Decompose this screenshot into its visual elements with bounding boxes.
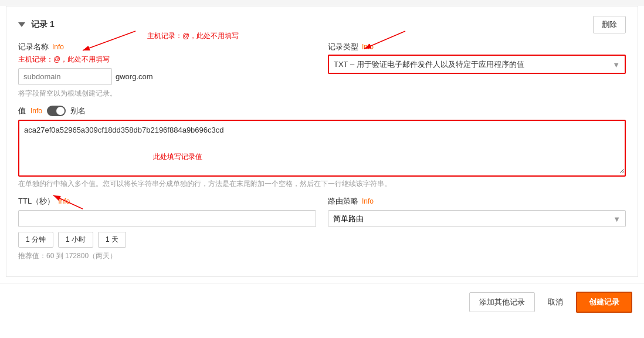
alias-label: 别名 <box>70 106 86 116</box>
value-label-text: 值 <box>18 106 26 116</box>
value-hint: 在单独的行中输入多个值。您可以将长字符串分成单独的行，方法是在末尾附加一个空格，… <box>18 179 626 189</box>
record-section: 记录 1 删除 主机记录：@，此处不用填写 记录名称 Info 主机记录：@，此… <box>6 6 638 277</box>
value-info-link[interactable]: Info <box>30 107 42 115</box>
delete-button[interactable]: 删除 <box>593 16 626 33</box>
value-label-row: 值 Info 别名 <box>18 106 626 116</box>
value-annotation-text: 此处填写记录值 <box>153 152 202 162</box>
name-group: 记录名称 Info 主机记录：@，此处不用填写 gworg.com 将字段留空以… <box>18 42 316 99</box>
type-label: 记录类型 Info <box>328 42 626 52</box>
subdomain-row: gworg.com <box>18 68 316 85</box>
routing-select-wrapper: 简单路由 加权路由 地理位置路由 延迟路由 ▼ <box>328 210 626 227</box>
ttl-1day-btn[interactable]: 1 天 <box>98 232 126 248</box>
name-info-link[interactable]: Info <box>52 43 64 51</box>
ttl-routing-row: TTL（秒） Info 60 1 分钟 1 小时 1 天 推荐值：60 到 17… <box>18 196 626 261</box>
quick-ttl-row: 1 分钟 1 小时 1 天 <box>18 232 316 248</box>
alias-toggle[interactable] <box>47 106 66 116</box>
routing-label: 路由策略 Info <box>328 196 626 207</box>
value-textarea-wrapper: aca27ef0a52965a309cf18dd358db7b2196f884a… <box>18 120 626 177</box>
ttl-label-text: TTL（秒） <box>18 196 55 207</box>
routing-label-text: 路由策略 <box>328 196 358 207</box>
name-annotation-text: 主机记录：@，此处不用填写 <box>18 55 316 65</box>
name-hint: 将字段留空以为根域创建记录。 <box>18 89 316 99</box>
ttl-recommend: 推荐值：60 到 172800（两天） <box>18 251 316 261</box>
record-title-text: 记录 1 <box>31 19 55 30</box>
collapse-icon <box>18 22 25 27</box>
routing-select[interactable]: 简单路由 加权路由 地理位置路由 延迟路由 <box>328 211 625 227</box>
ttl-label: TTL（秒） Info <box>18 196 316 207</box>
add-record-button[interactable]: 添加其他记录 <box>469 292 535 312</box>
toggle-knob <box>56 107 65 115</box>
bottom-bar: 添加其他记录 取消 创建记录 <box>0 283 644 321</box>
value-section: 值 Info 别名 aca27ef0a52965a309cf18dd358db7… <box>18 106 626 189</box>
subdomain-input[interactable] <box>18 68 112 85</box>
routing-info-link[interactable]: Info <box>362 197 374 205</box>
type-select-wrapper: A – 将域名指向 IPv4 地址 AAAA – 将域名指向 IPv6 地址 C… <box>328 55 626 74</box>
name-label: 记录名称 Info <box>18 42 316 52</box>
type-select[interactable]: A – 将域名指向 IPv4 地址 AAAA – 将域名指向 IPv6 地址 C… <box>329 56 625 73</box>
ttl-group: TTL（秒） Info 60 1 分钟 1 小时 1 天 推荐值：60 到 17… <box>18 196 316 261</box>
record-title: 记录 1 <box>18 19 55 30</box>
value-textarea-container: aca27ef0a52965a309cf18dd358db7b2196f884a… <box>18 120 626 177</box>
type-info-link[interactable]: Info <box>362 43 374 51</box>
ttl-input[interactable]: 60 <box>18 210 316 227</box>
ttl-1min-btn[interactable]: 1 分钟 <box>18 232 53 248</box>
ttl-1hour-btn[interactable]: 1 小时 <box>58 232 93 248</box>
name-type-row: 记录名称 Info 主机记录：@，此处不用填写 gworg.com 将字段留空以… <box>18 42 626 99</box>
record-header: 记录 1 删除 <box>18 16 626 33</box>
value-textarea[interactable]: aca27ef0a52965a309cf18dd358db7b2196f884a… <box>19 121 625 174</box>
name-label-text: 记录名称 <box>18 42 49 52</box>
create-record-button[interactable]: 创建记录 <box>576 292 632 313</box>
cancel-link[interactable]: 取消 <box>542 293 569 312</box>
ttl-info-link[interactable]: Info <box>58 197 70 205</box>
name-annotation: 主机记录：@，此处不用填写 <box>147 31 239 41</box>
type-group: 记录类型 Info A – 将域名指向 IPv4 地址 AAAA – 将域名指向… <box>328 42 626 74</box>
routing-group: 路由策略 Info 简单路由 加权路由 地理位置路由 延迟路由 ▼ <box>328 196 626 227</box>
domain-suffix: gworg.com <box>116 72 153 81</box>
type-label-text: 记录类型 <box>328 42 358 52</box>
